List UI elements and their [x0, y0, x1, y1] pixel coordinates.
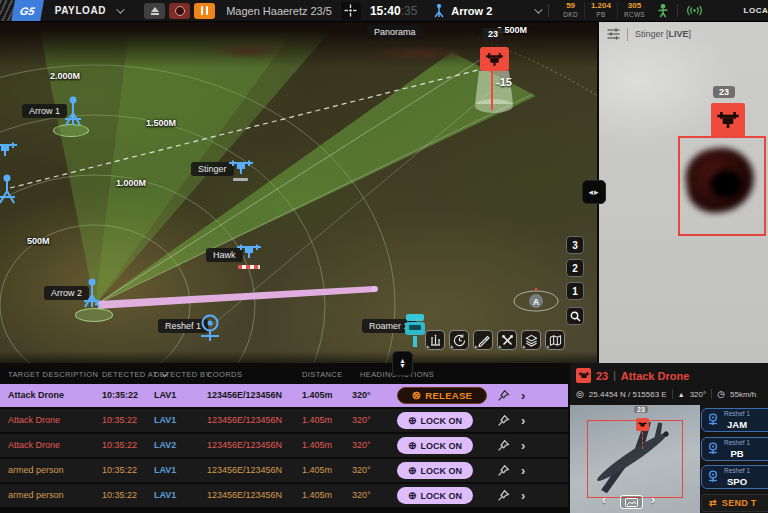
panorama-label: Panorama: [367, 25, 423, 39]
table-row[interactable]: armed person 10:35:22 LAV1 123456E/12345…: [0, 484, 568, 507]
map-select-button[interactable]: [545, 330, 565, 350]
effector-pb-button[interactable]: Reshef 1 PB: [701, 437, 768, 461]
chevron-down-icon[interactable]: [116, 5, 124, 13]
selected-unit-dropdown[interactable]: Arrow 2: [451, 5, 492, 17]
col-coords[interactable]: COORDS: [207, 370, 242, 379]
lock-on-button[interactable]: ⊕ LOCK ON: [397, 487, 473, 504]
compass[interactable]: A: [512, 286, 560, 314]
center-view-button[interactable]: [341, 2, 361, 20]
effector-action-label: SPO: [724, 477, 750, 487]
cell-description: armed person: [8, 459, 64, 482]
tactical-map[interactable]: Panorama 2.500M 2.000M 1.500M 1.000M 500…: [0, 22, 597, 363]
zoom-level-1-button[interactable]: 1: [566, 282, 584, 300]
row-expand-chevron[interactable]: ›: [521, 384, 525, 407]
release-icon: ⊗: [412, 390, 422, 401]
pause-icon: [201, 6, 204, 15]
cell-detected-at: 10:35:22: [102, 384, 138, 407]
arrow-down-icon: ▾: [400, 364, 404, 369]
cell-detected-at: 10:35:22: [102, 459, 137, 482]
layers-button[interactable]: [521, 330, 541, 350]
attack-drone-icon: [578, 372, 590, 380]
cell-description: Attack Drone: [8, 384, 64, 407]
target-marker[interactable]: [480, 47, 509, 71]
roamer-vehicle-icon[interactable]: [403, 313, 427, 351]
marker-leader-line: [642, 432, 643, 449]
history-tool-button[interactable]: [449, 330, 469, 350]
lock-on-icon: ⊕: [408, 441, 416, 451]
range-ring-label: 1.500M: [146, 118, 176, 128]
zoom-level-2-button[interactable]: 2: [566, 259, 584, 277]
emergency-stop-button[interactable]: [169, 3, 190, 19]
chevron-down-icon[interactable]: [534, 5, 542, 13]
cell-detected-at: 10:35:22: [102, 409, 137, 432]
image-icon: [625, 498, 638, 507]
row-expand-chevron[interactable]: ›: [521, 459, 525, 482]
panel-resize-handle[interactable]: ◂▸: [582, 180, 606, 204]
lock-on-button[interactable]: ⊕ LOCK ON: [397, 437, 473, 454]
row-expand-chevron[interactable]: ›: [521, 484, 525, 507]
detail-stats-row: ◎ 25.4454 N / 515563 E ▲ 320° ◷ 55km/h: [576, 389, 756, 399]
eject-icon: [151, 7, 159, 12]
pin-icon[interactable]: [497, 439, 510, 452]
release-button[interactable]: ⊗ RELEASE: [397, 387, 487, 404]
effector-unit-label: Reshef 1: [724, 440, 750, 447]
col-target-description[interactable]: TARGET DESCRIPTION: [8, 370, 98, 379]
launcher-unit-icon[interactable]: [81, 278, 103, 310]
snapshot-button[interactable]: [620, 495, 643, 509]
col-distance[interactable]: DISTANCE: [302, 370, 343, 379]
unit-label-arrow1[interactable]: Arrow 1: [22, 104, 67, 118]
layers-icon: [525, 334, 538, 347]
clock: 15:40:35: [370, 4, 417, 18]
launcher-unit-icon[interactable]: [0, 174, 18, 206]
table-row[interactable]: Attack Drone 10:35:22 LAV1 123456E/12345…: [0, 409, 568, 432]
feed-target-marker[interactable]: [711, 103, 745, 137]
effector-action-label: PB: [724, 449, 750, 459]
range-ring-label: 500M: [27, 236, 50, 246]
zoom-level-3-button[interactable]: 3: [566, 236, 584, 254]
tools-button[interactable]: [497, 330, 517, 350]
history-icon: [453, 334, 466, 347]
feed-settings-icon[interactable]: [607, 28, 620, 40]
drone-unit-icon[interactable]: [228, 160, 254, 176]
payload-menu[interactable]: PAYLOAD: [55, 5, 106, 16]
drone-unit-icon[interactable]: [0, 142, 18, 158]
cell-detected-at: 10:35:22: [102, 434, 137, 457]
speedometer-icon: ◷: [717, 389, 725, 399]
previous-frame-button[interactable]: ‹: [602, 493, 606, 507]
pin-icon[interactable]: [497, 389, 510, 402]
lock-on-button[interactable]: ⊕ LOCK ON: [397, 412, 473, 429]
next-frame-button[interactable]: ›: [651, 493, 655, 507]
cell-detected-at: 10:35:22: [102, 484, 137, 507]
cell-distance: 1.405m: [302, 409, 332, 432]
target-video-feed[interactable]: 23 ‹ ›: [570, 405, 700, 513]
row-expand-chevron[interactable]: ›: [521, 409, 525, 432]
table-row-selected[interactable]: Attack Drone 10:35:22 LAV1 123456E/12345…: [0, 384, 568, 407]
lock-on-icon: ⊕: [408, 466, 416, 476]
cell-distance: 1.405m: [302, 434, 332, 457]
lock-on-button[interactable]: ⊕ LOCK ON: [397, 462, 473, 479]
drone-unit-icon[interactable]: [236, 244, 262, 260]
launch-button[interactable]: [144, 3, 165, 19]
pin-icon[interactable]: [497, 464, 510, 477]
launcher-unit-icon[interactable]: [62, 96, 84, 128]
map-search-button[interactable]: [566, 307, 584, 325]
pause-button[interactable]: [194, 3, 215, 19]
send-to-button[interactable]: ⇄ SEND T: [701, 494, 768, 512]
col-detected-by[interactable]: DETECTED BY: [154, 370, 211, 379]
table-row[interactable]: Attack Drone 10:35:22 LAV2 123456E/12345…: [0, 434, 568, 457]
target-id-badge: 23: [482, 28, 504, 40]
table-resize-handle[interactable]: ▴ ▾: [392, 351, 413, 376]
measure-tool-button[interactable]: [425, 330, 445, 350]
cell-heading: 320°: [352, 434, 371, 457]
pin-icon[interactable]: [497, 489, 510, 502]
send-icon: ⇄: [709, 498, 717, 508]
draw-tool-button[interactable]: [473, 330, 493, 350]
map-icon: [549, 334, 562, 347]
table-row[interactable]: armed person 10:35:22 LAV1 123456E/12345…: [0, 459, 568, 482]
stop-icon: [175, 6, 185, 16]
effector-jam-button[interactable]: Reshef 1 JAM: [701, 408, 768, 432]
pin-icon[interactable]: [497, 414, 510, 427]
effector-spo-button[interactable]: Reshef 1 SPO: [701, 465, 768, 489]
radar-unit-icon[interactable]: [197, 313, 223, 345]
row-expand-chevron[interactable]: ›: [521, 434, 525, 457]
